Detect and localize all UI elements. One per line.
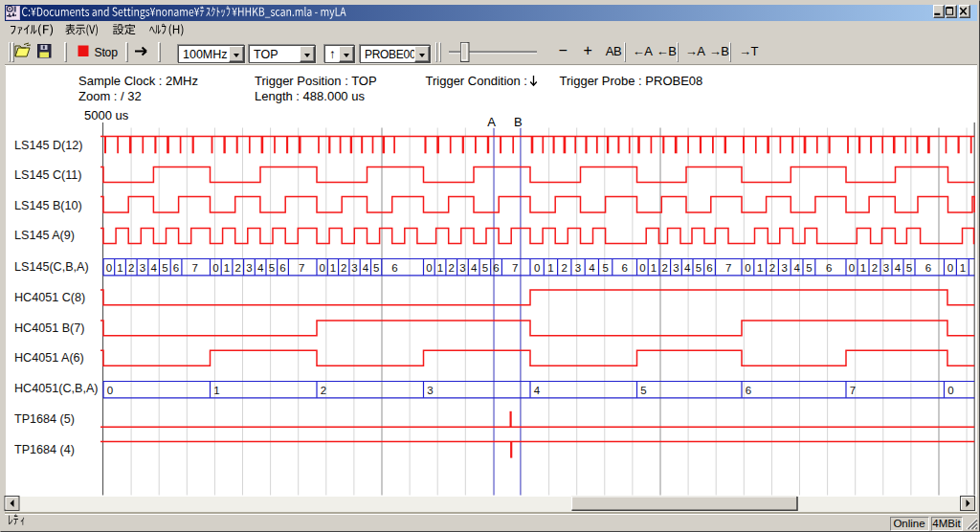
svg-text:Length : 488.000 us: Length : 488.000 us (255, 89, 365, 103)
svg-text:6: 6 (925, 262, 931, 274)
svg-text:1: 1 (224, 262, 230, 274)
svg-text:3: 3 (140, 262, 145, 274)
svg-text:7: 7 (850, 385, 856, 396)
svg-text:0: 0 (212, 262, 218, 274)
svg-text:Stop: Stop (95, 46, 119, 59)
svg-text:1: 1 (757, 262, 763, 274)
svg-text:5: 5 (640, 385, 646, 396)
svg-text:5: 5 (602, 262, 608, 274)
svg-text:Sample Clock : 2MHz: Sample Clock : 2MHz (78, 74, 198, 88)
svg-text:LS145(C,B,A): LS145(C,B,A) (14, 260, 89, 274)
svg-text:4: 4 (257, 262, 264, 274)
svg-text:LS145 D(12): LS145 D(12) (14, 139, 82, 152)
svg-text:Trigger Position : TOP: Trigger Position : TOP (255, 74, 377, 88)
svg-text:2: 2 (769, 262, 775, 274)
svg-text:5: 5 (806, 262, 812, 274)
svg-text:5000 us: 5000 us (84, 108, 129, 122)
svg-text:1: 1 (330, 262, 336, 274)
svg-text:6: 6 (826, 262, 832, 274)
svg-text:3: 3 (883, 262, 889, 274)
svg-text:0: 0 (947, 262, 953, 274)
svg-text:0: 0 (107, 385, 113, 396)
svg-text:7: 7 (192, 262, 198, 274)
svg-text:7: 7 (299, 262, 304, 274)
svg-text:6: 6 (173, 262, 179, 274)
svg-text:6: 6 (621, 262, 627, 274)
svg-text:LS145 A(9): LS145 A(9) (14, 229, 75, 242)
svg-text:6: 6 (279, 262, 285, 274)
svg-text:7: 7 (512, 262, 518, 274)
svg-text:7: 7 (725, 262, 731, 274)
svg-text:2: 2 (128, 262, 134, 274)
svg-text:5: 5 (482, 262, 488, 274)
svg-text:1: 1 (117, 262, 122, 274)
svg-text:Trigger Probe : PROBE08: Trigger Probe : PROBE08 (560, 74, 703, 88)
svg-text:A: A (487, 115, 496, 129)
svg-text:6: 6 (706, 262, 712, 274)
svg-text:1: 1 (651, 262, 657, 274)
svg-text:3: 3 (351, 262, 357, 274)
svg-text:0: 0 (534, 262, 540, 274)
svg-text:0: 0 (849, 262, 855, 274)
svg-text:3: 3 (673, 262, 679, 274)
svg-text:2: 2 (321, 385, 326, 396)
svg-text:3: 3 (782, 262, 788, 274)
svg-text:4: 4 (471, 262, 478, 274)
svg-text:TP1684 (4): TP1684 (4) (14, 443, 75, 456)
svg-text:Zoom : / 32: Zoom : / 32 (78, 89, 142, 103)
svg-text:2: 2 (662, 262, 668, 274)
svg-text:5: 5 (269, 262, 275, 274)
svg-text:6: 6 (493, 262, 499, 274)
svg-text:1: 1 (437, 262, 443, 274)
svg-text:4: 4 (589, 262, 595, 274)
svg-text:4: 4 (150, 262, 157, 274)
svg-text:2: 2 (449, 262, 455, 274)
svg-text:4: 4 (895, 262, 902, 274)
svg-text:HC4051 C(8): HC4051 C(8) (14, 291, 85, 304)
svg-text:4: 4 (793, 262, 800, 274)
svg-text:2: 2 (562, 262, 568, 274)
svg-text:3: 3 (575, 262, 581, 274)
svg-text:1: 1 (960, 262, 966, 274)
svg-text:6: 6 (391, 262, 397, 274)
svg-text:5: 5 (696, 262, 702, 274)
svg-text:0: 0 (426, 262, 432, 274)
svg-text:4: 4 (534, 385, 541, 396)
svg-text:Trigger Condition :: Trigger Condition : (426, 74, 527, 88)
svg-text:LS145 B(10): LS145 B(10) (14, 199, 82, 212)
svg-text:0: 0 (106, 262, 112, 274)
svg-text:6: 6 (746, 385, 751, 396)
svg-text:2: 2 (872, 262, 878, 274)
svg-text:HC4051(C,B,A): HC4051(C,B,A) (14, 382, 99, 395)
svg-text:1: 1 (547, 262, 553, 274)
svg-text:1: 1 (860, 262, 866, 274)
svg-text:2: 2 (341, 262, 346, 274)
svg-text:5: 5 (906, 262, 912, 274)
svg-text:3: 3 (459, 262, 465, 274)
svg-text:4: 4 (363, 262, 369, 274)
svg-text:1: 1 (213, 385, 219, 396)
svg-text:HC4051 B(7): HC4051 B(7) (14, 321, 85, 335)
svg-text:TP1684 (5): TP1684 (5) (14, 412, 75, 426)
svg-text:HC4051 A(6): HC4051 A(6) (14, 351, 84, 365)
svg-text:3: 3 (427, 385, 433, 396)
svg-text:0: 0 (319, 262, 324, 274)
svg-text:LS145 C(11): LS145 C(11) (14, 168, 81, 182)
svg-text:0: 0 (745, 262, 750, 274)
svg-text:B: B (514, 115, 523, 129)
svg-text:0: 0 (947, 385, 953, 396)
svg-text:5: 5 (373, 262, 379, 274)
svg-text:4: 4 (684, 262, 691, 274)
svg-text:0: 0 (639, 262, 645, 274)
svg-text:3: 3 (246, 262, 252, 274)
svg-text:2: 2 (235, 262, 241, 274)
svg-text:5: 5 (162, 262, 167, 274)
